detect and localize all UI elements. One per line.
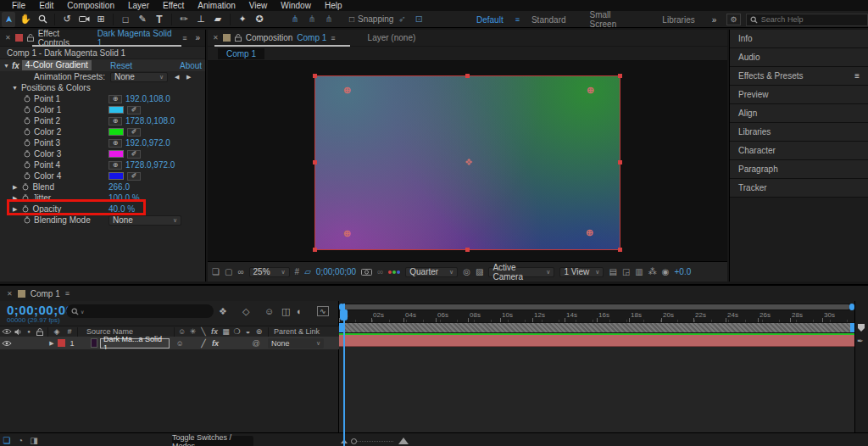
stopwatch-icon[interactable] [24,117,31,125]
eyedropper-icon[interactable]: ✐ [127,172,141,181]
menu-item[interactable]: Effect [156,0,191,11]
sidebar-panel[interactable]: Libraries [730,123,868,142]
color-swatch[interactable] [108,150,124,158]
ruler-tick[interactable]: 12s [532,310,565,322]
ruler-tick[interactable]: 22s [693,310,726,322]
preview-timecode[interactable]: 0;00;00;00 [316,267,356,276]
mini-flowchart-icon[interactable]: ❖ [219,306,227,317]
puppet-pin-tool-icon[interactable]: ✪ [252,13,267,26]
ruler-tick[interactable]: 26s [758,310,790,322]
eyedropper-icon[interactable]: ✐ [127,128,141,137]
close-icon[interactable]: ✕ [5,34,11,42]
menu-item[interactable]: Window [274,0,318,11]
timeline-button-icon[interactable]: ▥ [635,267,643,276]
layer-thumbnail[interactable] [91,338,97,348]
adjustment-switch-icon[interactable]: ◒ [242,327,253,336]
toggle-switches-modes-button[interactable]: Toggle Switches / Modes [172,436,253,446]
selection-handle[interactable] [313,248,317,252]
stopwatch-icon[interactable] [22,205,29,213]
close-icon[interactable]: ✕ [213,34,219,42]
help-search-input[interactable] [761,15,854,24]
zoom-in-icon[interactable] [398,438,409,444]
time-ruler[interactable]: 0s02s04s06s08s10s12s14s16s18s20s22s24s26… [339,310,854,322]
sidebar-panel[interactable]: Preview [730,86,868,104]
hand-tool-icon[interactable]: ✋ [18,13,33,26]
parent-dropdown[interactable]: None ∨ [268,338,324,348]
grid-guides-icon[interactable]: # [295,267,300,276]
color-swatch[interactable] [108,172,124,180]
pixel-aspect-icon[interactable]: ▤ [609,267,616,276]
motion-blur-switch-icon[interactable]: ❍ [231,327,242,336]
zoom-slider-thumb[interactable] [351,438,357,444]
ruler-tick[interactable]: 06s [436,310,468,322]
menu-item[interactable]: Help [318,0,349,11]
point-value[interactable]: 1728.0,972.0 [125,160,175,170]
effect-point-icon[interactable]: ⊕ [108,161,122,170]
video-column-icon[interactable] [0,328,13,335]
panel-menu-icon[interactable]: ≡ [65,289,70,298]
ruler-tick[interactable]: 04s [403,310,436,322]
effect-header-row[interactable]: ▼ fx 4-Color Gradient Reset About [0,59,205,71]
workspace-small-screen[interactable]: Small Screen [578,10,651,29]
3d-switch-icon[interactable]: ⊛ [253,327,264,336]
point-value[interactable]: 192.0,108.0 [125,94,170,103]
workspace-standard[interactable]: Standard [520,15,578,25]
layer-expand-icon[interactable]: ▶ [46,340,58,347]
parent-link-column[interactable]: Parent & Link [274,327,320,336]
blend-value[interactable]: 266.0 [108,182,130,192]
fast-previews-icon[interactable]: ◲ [622,267,630,276]
effect-point-icon[interactable]: ⊕ [108,139,122,148]
effect-point-icon[interactable]: ⊕ [108,95,122,103]
lock-icon[interactable] [27,34,34,42]
timeline-horizontal-scrollbar[interactable] [339,304,854,310]
work-area-bar[interactable] [339,322,854,333]
workspace-settings-icon[interactable]: ⚙ [726,14,741,25]
close-icon[interactable]: ✕ [7,290,13,298]
exposure-value[interactable]: +0.0 [675,267,692,276]
snap-features-icon[interactable]: ➶ [394,13,409,26]
clone-stamp-tool-icon[interactable]: ⊥ [193,13,209,26]
stopwatch-icon[interactable] [24,172,31,180]
selection-handle[interactable] [465,74,470,78]
eraser-tool-icon[interactable]: ▰ [210,13,225,26]
menu-item[interactable]: View [242,0,275,11]
help-search-box[interactable] [746,14,868,26]
snapping-control[interactable]: □ Snapping [349,14,393,24]
ruler-tick[interactable]: 30s [822,310,854,322]
view-layout-dropdown[interactable]: 1 View ∨ [559,267,604,277]
quality-switch-icon[interactable]: ╲ [198,327,209,336]
view-axis-mode-icon[interactable]: ⋔ [321,13,337,26]
zoom-tool-icon[interactable] [35,13,50,26]
hide-shy-layers-icon[interactable]: ☺ [264,306,274,316]
lock-column-icon[interactable] [34,328,46,336]
magnification-dropdown[interactable]: 25% ∨ [249,267,290,277]
sidebar-panel[interactable]: Paragraph [730,160,868,179]
sidebar-panel[interactable]: Audio [730,48,868,67]
ruler-tick[interactable]: 16s [597,310,629,322]
selection-handle[interactable] [465,248,470,252]
always-preview-icon[interactable]: ❏ [212,267,220,276]
sidebar-panel[interactable]: Align [730,104,868,123]
selection-tool-icon[interactable]: ➤ [2,12,15,27]
selection-handle[interactable] [313,160,317,164]
panel-menu-icon[interactable]: ≡ [854,71,860,81]
flowchart-button-icon[interactable]: ⁂ [648,267,657,276]
pickwhip-icon[interactable]: @ [249,339,263,348]
selection-handle[interactable] [618,74,622,78]
frame-blending-icon[interactable]: ◫ [281,306,290,317]
selection-handle[interactable] [313,74,317,78]
shy-switch-icon[interactable]: ☺ [176,327,187,336]
opacity-value[interactable]: 40.0 % [108,204,135,214]
previous-preset-icon[interactable]: ◀ [175,74,179,81]
composition-viewer[interactable]: ⊕ ⊕ ⊕ ⊕ ❖ [208,61,727,261]
layer-quality-icon[interactable]: ╱ [198,339,209,348]
effect-point-2-icon[interactable]: ⊕ [587,86,594,95]
color-swatch[interactable] [108,106,124,114]
snap-region-icon[interactable]: ⊡ [411,13,426,26]
sidebar-panel[interactable]: Character [730,142,868,160]
ruler-tick[interactable]: 02s [371,310,403,322]
motion-blur-icon[interactable]: ◐ [297,306,303,316]
snapshot-camera-icon[interactable] [361,268,372,276]
layer-tab[interactable]: Layer (none) [368,33,416,42]
menu-item[interactable]: Layer [121,0,156,11]
